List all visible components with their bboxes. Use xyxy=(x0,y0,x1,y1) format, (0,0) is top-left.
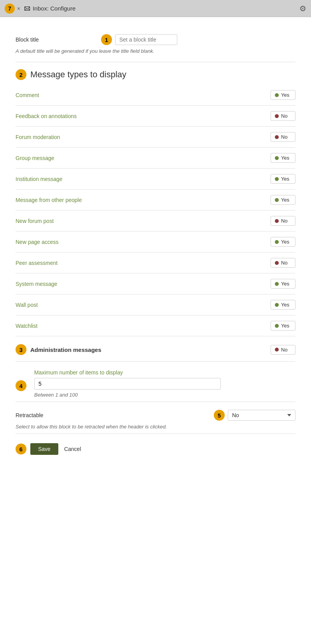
message-label: Peer assessment xyxy=(16,260,271,266)
message-row: Forum moderationNo xyxy=(16,127,295,148)
dot-green-icon xyxy=(275,240,279,244)
max-items-input[interactable] xyxy=(34,378,221,390)
message-row: System messageYes xyxy=(16,273,295,294)
message-row: Institution messageYes xyxy=(16,169,295,190)
message-row: WatchlistYes xyxy=(16,315,295,336)
admin-messages-row: 3 Administration messages No xyxy=(16,336,295,362)
block-title-label: Block title xyxy=(16,37,101,43)
message-rows-container: CommentYesFeedback on annotationsNoForum… xyxy=(16,85,295,336)
dot-red-icon xyxy=(275,219,279,223)
dot-green-icon xyxy=(275,177,279,181)
message-toggle-value: Yes xyxy=(281,323,289,329)
retractable-row: Retractable 5 No Yes Yes; retracted init… xyxy=(16,410,295,421)
message-label: Group message xyxy=(16,155,271,161)
message-row: Peer assessmentNo xyxy=(16,252,295,273)
step5-badge: 5 xyxy=(214,410,225,421)
message-label: New page access xyxy=(16,239,271,245)
tab-number-badge: 7 xyxy=(5,3,15,14)
step6-badge: 6 xyxy=(16,444,26,454)
message-label: Institution message xyxy=(16,176,271,182)
retractable-select[interactable]: No Yes Yes; retracted initially xyxy=(228,410,295,421)
message-label: System message xyxy=(16,281,271,287)
block-title-input[interactable] xyxy=(115,34,177,45)
message-row: New forum postNo xyxy=(16,211,295,231)
block-title-row: Block title 1 xyxy=(16,26,295,45)
message-label: New forum post xyxy=(16,218,271,224)
message-types-heading: 2 Message types to display xyxy=(16,69,295,80)
max-items-hint: Between 1 and 100 xyxy=(34,392,295,398)
step4-badge-col: 4 xyxy=(16,369,30,391)
message-types-title: Message types to display xyxy=(30,70,126,80)
retractable-label: Retractable xyxy=(16,412,214,418)
message-toggle-btn[interactable]: Yes xyxy=(271,153,295,163)
admin-dot-red xyxy=(275,348,279,352)
message-toggle-btn[interactable]: Yes xyxy=(271,279,295,289)
admin-messages-value: No xyxy=(281,347,288,353)
message-toggle-value: Yes xyxy=(281,302,289,308)
message-toggle-btn[interactable]: Yes xyxy=(271,300,295,310)
message-row: Feedback on annotationsNo xyxy=(16,106,295,127)
step1-badge: 1 xyxy=(101,34,112,45)
message-toggle-value: No xyxy=(281,134,288,140)
cancel-button[interactable]: Cancel xyxy=(62,443,83,455)
message-toggle-value: No xyxy=(281,113,288,119)
retractable-badge-wrap: 5 No Yes Yes; retracted initially xyxy=(214,410,295,421)
gear-icon[interactable]: ⚙ xyxy=(299,4,306,13)
max-items-section: 4 Maximum number of items to display Bet… xyxy=(16,362,295,402)
message-toggle-value: Yes xyxy=(281,92,289,98)
message-row: Message from other peopleYes xyxy=(16,190,295,211)
main-content: Block title 1 A default title will be ge… xyxy=(0,17,311,644)
dot-green-icon xyxy=(275,156,279,160)
message-toggle-value: Yes xyxy=(281,197,289,203)
message-toggle-value: Yes xyxy=(281,155,289,161)
save-row: 6 Save Cancel xyxy=(16,443,295,455)
inbox-icon: 🖂 xyxy=(24,5,30,12)
message-toggle-value: No xyxy=(281,260,288,266)
admin-messages-toggle[interactable]: No xyxy=(271,345,295,355)
max-items-content: Maximum number of items to display Betwe… xyxy=(34,369,295,398)
max-items-label: Maximum number of items to display xyxy=(34,369,295,376)
divider-1 xyxy=(16,62,295,62)
message-row: Group messageYes xyxy=(16,148,295,169)
dot-green-icon xyxy=(275,198,279,202)
dot-red-icon xyxy=(275,135,279,139)
message-label: Forum moderation xyxy=(16,134,271,140)
message-toggle-btn[interactable]: No xyxy=(271,258,295,268)
message-toggle-btn[interactable]: Yes xyxy=(271,321,295,331)
retractable-section: Retractable 5 No Yes Yes; retracted init… xyxy=(16,402,295,434)
message-toggle-btn[interactable]: Yes xyxy=(271,174,295,184)
retractable-hint: Select to allow this block to be retract… xyxy=(16,424,295,430)
message-row: Wall postYes xyxy=(16,294,295,315)
max-items-row: 4 Maximum number of items to display Bet… xyxy=(16,369,295,398)
step2-badge: 2 xyxy=(16,69,26,80)
step3-badge: 3 xyxy=(16,344,26,355)
message-toggle-value: No xyxy=(281,218,288,224)
message-toggle-btn[interactable]: Yes xyxy=(271,90,295,100)
message-toggle-btn[interactable]: No xyxy=(271,132,295,142)
message-toggle-value: Yes xyxy=(281,281,289,287)
message-toggle-btn[interactable]: No xyxy=(271,111,295,121)
dot-green-icon xyxy=(275,303,279,307)
message-label: Wall post xyxy=(16,302,271,308)
message-label: Comment xyxy=(16,92,271,98)
message-label: Message from other people xyxy=(16,197,271,203)
block-title-hint: A default title will be generated if you… xyxy=(16,48,295,54)
step4-badge: 4 xyxy=(16,380,26,391)
message-toggle-btn[interactable]: Yes xyxy=(271,237,295,247)
message-toggle-value: Yes xyxy=(281,239,289,245)
admin-messages-label: Administration messages xyxy=(30,346,101,353)
dot-green-icon xyxy=(275,93,279,97)
dot-green-icon xyxy=(275,324,279,328)
save-button[interactable]: Save xyxy=(30,443,58,455)
message-row: New page accessYes xyxy=(16,231,295,252)
message-label: Watchlist xyxy=(16,323,271,329)
header-bar: 7 × 🖂 Inbox: Configure ⚙ xyxy=(0,0,311,17)
admin-badge-wrap: 3 Administration messages xyxy=(16,344,271,355)
dot-red-icon xyxy=(275,114,279,118)
tab-close-button[interactable]: × xyxy=(17,5,20,12)
message-toggle-btn[interactable]: No xyxy=(271,216,295,226)
message-row: CommentYes xyxy=(16,85,295,106)
message-toggle-btn[interactable]: Yes xyxy=(271,195,295,205)
message-label: Feedback on annotations xyxy=(16,113,271,119)
message-toggle-value: Yes xyxy=(281,176,289,182)
